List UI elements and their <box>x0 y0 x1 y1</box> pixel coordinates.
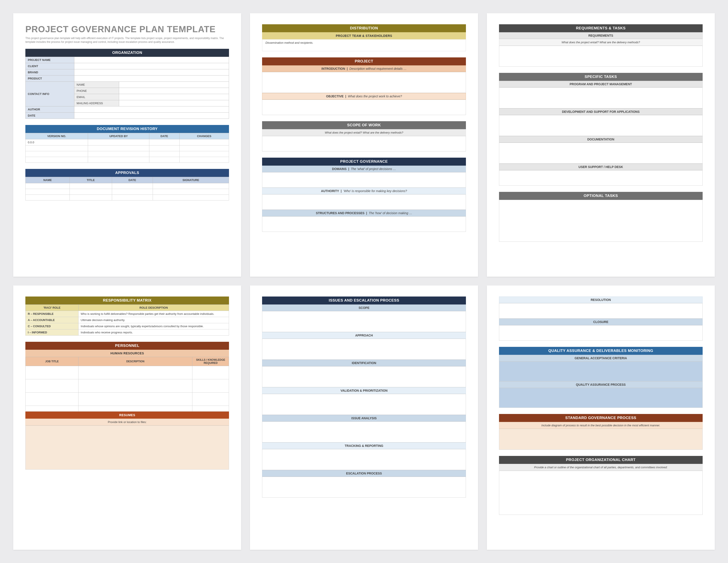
rev-cell[interactable] <box>179 157 229 162</box>
rev-cell[interactable] <box>88 151 149 157</box>
resumes-field[interactable] <box>25 426 229 470</box>
rev-cell[interactable] <box>179 151 229 157</box>
appr-cell[interactable] <box>26 183 70 189</box>
appr-cell[interactable] <box>26 189 70 194</box>
appr-cell[interactable] <box>112 189 153 194</box>
qap-field[interactable] <box>499 388 703 408</box>
intro-label: INTRODUCTION <box>321 67 345 70</box>
rev-cell[interactable]: 0.0.0 <box>26 139 88 145</box>
raci-role: R – RESPONSIBLE <box>26 311 79 317</box>
resolution-header: RESOLUTION <box>499 297 703 303</box>
issues-identification-field[interactable] <box>262 366 466 387</box>
hr-subheader: HUMAN RESOURCES <box>25 350 229 357</box>
pers-cell[interactable] <box>26 366 79 379</box>
appr-cell[interactable] <box>153 183 229 189</box>
label-product: PRODUCT <box>26 75 74 81</box>
issues-tracking-field[interactable] <box>262 449 466 470</box>
appr-cell[interactable] <box>153 189 229 194</box>
requirements-field[interactable] <box>499 46 703 67</box>
rev-cell[interactable] <box>26 157 88 162</box>
field-author[interactable] <box>74 106 229 112</box>
field-project-name[interactable] <box>74 57 229 63</box>
issues-approach: APPROACH <box>262 332 466 339</box>
rev-cell[interactable] <box>179 145 229 151</box>
field-mailing-address[interactable] <box>119 100 229 106</box>
appr-cell[interactable] <box>112 183 153 189</box>
rev-cell[interactable] <box>26 145 88 151</box>
label-name: NAME <box>74 81 119 88</box>
intro-hint: Description without requirement details … <box>349 67 407 70</box>
pers-cell[interactable] <box>26 379 79 393</box>
rev-cell[interactable] <box>149 151 180 157</box>
pers-cell[interactable] <box>78 406 192 412</box>
field-date[interactable] <box>74 112 229 118</box>
pers-cell[interactable] <box>192 406 229 412</box>
scope-field[interactable] <box>262 136 466 151</box>
raci-desc: Who is working to fulfill deliverables? … <box>78 311 229 317</box>
appr-cell[interactable] <box>70 189 112 194</box>
sgp-field[interactable] <box>499 429 703 450</box>
issues-validation-field[interactable] <box>262 394 466 415</box>
pers-cell[interactable] <box>78 379 192 393</box>
task-dev-support-field[interactable] <box>499 115 703 136</box>
team-desc[interactable]: Dissemination method and recipients. <box>262 39 466 51</box>
field-name[interactable] <box>119 81 229 88</box>
task-user-support-field[interactable] <box>499 170 703 186</box>
raci-table: 'RACI' ROLE ROLE DESCRIPTION R – RESPONS… <box>25 305 229 336</box>
org-chart-field[interactable] <box>499 471 703 515</box>
field-phone[interactable] <box>119 88 229 94</box>
rev-cell[interactable] <box>149 139 180 145</box>
personnel-header: PERSONNEL <box>25 342 229 350</box>
appr-cell[interactable] <box>70 194 112 200</box>
label-date: DATE <box>26 112 74 118</box>
revision-header: DOCUMENT REVISION HISTORY <box>25 125 229 133</box>
rev-cell[interactable] <box>88 157 149 162</box>
resolution-field[interactable] <box>499 303 703 319</box>
pers-cell[interactable] <box>192 393 229 406</box>
appr-cell[interactable] <box>70 183 112 189</box>
rev-cell[interactable] <box>149 145 180 151</box>
task-program-mgmt-field[interactable] <box>499 87 703 108</box>
pers-cell[interactable] <box>26 393 79 406</box>
task-documentation-field[interactable] <box>499 143 703 164</box>
pers-cell[interactable] <box>192 379 229 393</box>
pers-cell[interactable] <box>78 393 192 406</box>
field-client[interactable] <box>74 63 229 69</box>
closure-header: CLOSURE <box>499 319 703 325</box>
gac-subheader: GENERAL ACCEPTANCE CRITERIA <box>499 355 703 362</box>
authority-label: AUTHORITY <box>321 189 339 193</box>
pers-cell[interactable] <box>26 406 79 412</box>
field-email[interactable] <box>119 94 229 100</box>
issues-escalation-field[interactable] <box>262 477 466 498</box>
rev-cell[interactable] <box>179 139 229 145</box>
structures-field[interactable] <box>262 216 466 232</box>
issues-approach-field[interactable] <box>262 339 466 360</box>
objective-field[interactable] <box>262 100 466 115</box>
raci-desc: Ultimate decision-making authority. <box>78 317 229 323</box>
field-product[interactable] <box>74 75 229 81</box>
introduction-field[interactable] <box>262 72 466 93</box>
domains-field[interactable] <box>262 172 466 188</box>
appr-cell[interactable] <box>26 194 70 200</box>
rev-cell[interactable] <box>149 157 180 162</box>
rev-cell[interactable] <box>26 151 88 157</box>
pers-cell[interactable] <box>192 366 229 379</box>
org-chart-header: PROJECT ORGANIZATIONAL CHART <box>499 456 703 464</box>
governance-header: PROJECT GOVERNANCE <box>262 158 466 165</box>
authority-field[interactable] <box>262 194 466 210</box>
appr-cell[interactable] <box>153 194 229 200</box>
raci-desc: Individuals whose opinions are sought, t… <box>78 323 229 330</box>
appr-cell[interactable] <box>112 194 153 200</box>
rev-cell[interactable] <box>88 145 149 151</box>
label-project-name: PROJECT NAME <box>26 57 74 63</box>
pers-col-title: JOB TITLE <box>26 357 79 366</box>
optional-tasks-field[interactable] <box>499 200 703 242</box>
field-brand[interactable] <box>74 69 229 75</box>
gac-field[interactable] <box>499 362 703 381</box>
pers-cell[interactable] <box>78 366 192 379</box>
closure-field[interactable] <box>499 325 703 341</box>
objective-hint: What does the project work to achieve? <box>348 94 402 98</box>
issues-scope-field[interactable] <box>262 311 466 332</box>
rev-cell[interactable] <box>88 139 149 145</box>
issues-analysis-field[interactable] <box>262 422 466 443</box>
